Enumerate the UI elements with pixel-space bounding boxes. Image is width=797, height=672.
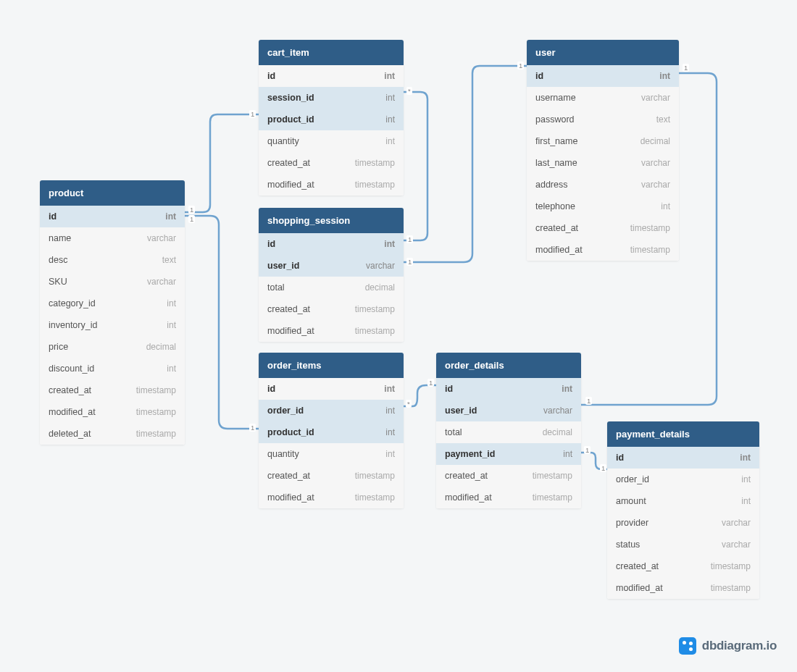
column-row[interactable]: totaldecimal [259, 277, 404, 298]
column-row[interactable]: created_attimestamp [527, 217, 679, 239]
column-row[interactable]: user_idvarchar [436, 400, 581, 421]
column-type: varchar [147, 233, 176, 243]
entity-header[interactable]: shopping_session [259, 208, 404, 233]
column-row[interactable]: quantityint [259, 443, 404, 465]
column-name: id [49, 211, 57, 222]
column-name: created_at [445, 471, 488, 481]
column-row[interactable]: user_idvarchar [259, 255, 404, 277]
column-row[interactable]: statusvarchar [607, 534, 759, 555]
column-row[interactable]: created_attimestamp [259, 465, 404, 487]
column-row[interactable]: telephoneint [527, 196, 679, 217]
column-row[interactable]: session_idint [259, 87, 404, 109]
column-row[interactable]: created_attimestamp [436, 465, 581, 487]
cardinality-label: 1 [517, 62, 524, 70]
entity-shopping_session[interactable]: shopping_sessionidintuser_idvarchartotal… [259, 208, 404, 342]
cardinality-label: 1 [683, 64, 689, 72]
column-row[interactable]: idint [259, 65, 404, 87]
column-type: timestamp [136, 385, 176, 395]
column-row[interactable]: addressvarchar [527, 174, 679, 196]
column-row[interactable]: discount_idint [40, 358, 185, 379]
column-type: decimal [365, 282, 395, 293]
column-type: timestamp [630, 223, 670, 233]
column-row[interactable]: amountint [607, 490, 759, 512]
column-row[interactable]: category_idint [40, 293, 185, 314]
column-name: inventory_id [49, 320, 97, 330]
column-row[interactable]: created_attimestamp [40, 379, 185, 401]
column-row[interactable]: idint [259, 233, 404, 255]
column-name: status [616, 539, 640, 550]
column-row[interactable]: modified_attimestamp [436, 487, 581, 508]
column-row[interactable]: modified_attimestamp [259, 487, 404, 508]
entity-header[interactable]: cart_item [259, 40, 404, 65]
entity-header[interactable]: product [40, 180, 185, 206]
column-row[interactable]: product_idint [259, 421, 404, 443]
column-type: int [384, 71, 395, 81]
column-row[interactable]: product_idint [259, 109, 404, 130]
column-row[interactable]: order_idint [607, 469, 759, 490]
entity-user[interactable]: useridintusernamevarcharpasswordtextfirs… [527, 40, 679, 261]
entity-header[interactable]: order_details [436, 353, 581, 378]
entity-header[interactable]: payment_details [607, 421, 759, 447]
column-name: quantity [267, 136, 299, 146]
column-row[interactable]: idint [527, 65, 679, 87]
column-name: created_at [535, 223, 578, 233]
column-name: id [616, 453, 624, 463]
column-row[interactable]: totaldecimal [436, 421, 581, 443]
column-row[interactable]: inventory_idint [40, 314, 185, 336]
column-row[interactable]: idint [436, 378, 581, 400]
column-row[interactable]: quantityint [259, 130, 404, 152]
entity-cart_item[interactable]: cart_itemidintsession_idintproduct_idint… [259, 40, 404, 196]
column-name: username [535, 93, 576, 103]
column-type: timestamp [355, 492, 395, 503]
column-type: timestamp [355, 326, 395, 336]
cardinality-label: 1 [188, 215, 195, 223]
logo-mark [679, 637, 696, 655]
entity-product[interactable]: productidintnamevarchardesctextSKUvarcha… [40, 180, 185, 445]
column-row[interactable]: modified_attimestamp [607, 577, 759, 599]
column-row[interactable]: created_attimestamp [607, 555, 759, 577]
column-row[interactable]: pricedecimal [40, 336, 185, 358]
column-name: total [267, 282, 285, 293]
column-row[interactable]: providervarchar [607, 512, 759, 534]
column-name: modified_at [267, 492, 314, 503]
column-row[interactable]: order_idint [259, 400, 404, 421]
column-name: SKU [49, 277, 67, 287]
column-type: varchar [641, 158, 670, 168]
column-row[interactable]: first_namedecimal [527, 130, 679, 152]
column-row[interactable]: modified_attimestamp [259, 320, 404, 342]
column-row[interactable]: idint [607, 447, 759, 469]
column-row[interactable]: idint [259, 378, 404, 400]
column-name: created_at [267, 158, 310, 168]
column-name: modified_at [267, 180, 314, 190]
column-type: int [661, 201, 670, 211]
column-row[interactable]: deleted_attimestamp [40, 423, 185, 445]
column-row[interactable]: usernamevarchar [527, 87, 679, 109]
column-name: created_at [616, 561, 659, 571]
column-row[interactable]: created_attimestamp [259, 152, 404, 174]
column-row[interactable]: modified_attimestamp [527, 239, 679, 261]
entity-header[interactable]: order_items [259, 353, 404, 378]
column-name: id [267, 384, 275, 394]
column-row[interactable]: namevarchar [40, 227, 185, 249]
entity-payment_details[interactable]: payment_detailsidintorder_idintamountint… [607, 421, 759, 599]
entity-order_items[interactable]: order_itemsidintorder_idintproduct_idint… [259, 353, 404, 508]
column-name: created_at [267, 471, 310, 481]
column-type: timestamp [355, 304, 395, 314]
column-name: telephone [535, 201, 575, 211]
column-type: int [165, 211, 176, 222]
column-row[interactable]: payment_idint [436, 443, 581, 465]
column-type: timestamp [533, 492, 572, 503]
column-row[interactable]: last_namevarchar [527, 152, 679, 174]
column-row[interactable]: created_attimestamp [259, 298, 404, 320]
column-row[interactable]: modified_attimestamp [40, 401, 185, 423]
entity-header[interactable]: user [527, 40, 679, 65]
column-row[interactable]: idint [40, 206, 185, 227]
column-type: timestamp [711, 561, 751, 571]
column-row[interactable]: SKUvarchar [40, 271, 185, 293]
column-name: password [535, 114, 575, 125]
entity-order_details[interactable]: order_detailsidintuser_idvarchartotaldec… [436, 353, 581, 508]
column-row[interactable]: passwordtext [527, 109, 679, 130]
column-row[interactable]: desctext [40, 249, 185, 271]
column-row[interactable]: modified_attimestamp [259, 174, 404, 196]
column-name: created_at [49, 385, 91, 395]
